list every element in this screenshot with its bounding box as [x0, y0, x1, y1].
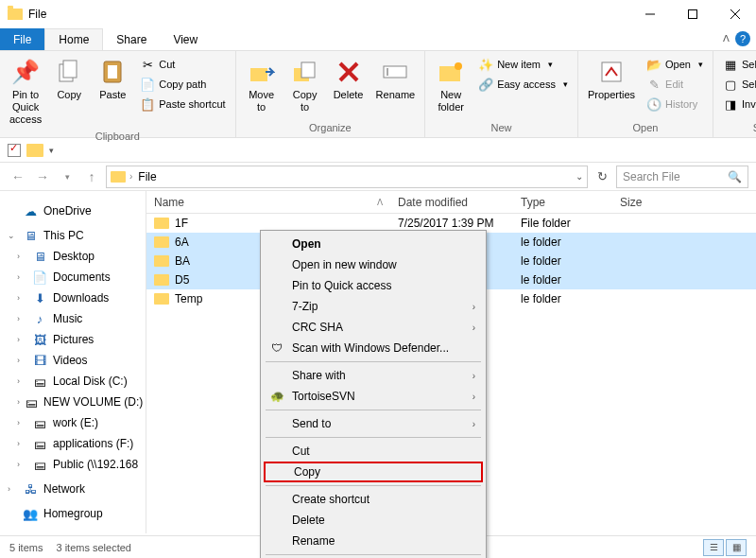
ctx-open-new-window[interactable]: Open in new window	[264, 254, 483, 275]
ctx-defender[interactable]: 🛡Scan with Windows Defender...	[264, 338, 483, 358]
sidebar-item-desktop[interactable]: ›🖥Desktop	[0, 246, 146, 267]
column-date[interactable]: Date modified	[390, 196, 513, 209]
column-name[interactable]: Nameᐱ	[146, 196, 390, 209]
svg-point-16	[455, 62, 462, 70]
ctx-open[interactable]: Open	[264, 234, 483, 254]
computer-icon: 🖥	[23, 228, 38, 243]
ctx-crc-sha[interactable]: CRC SHA›	[264, 317, 483, 338]
window-controls	[628, 0, 756, 28]
ctx-send-to[interactable]: Send to›	[264, 413, 483, 434]
select-all-button[interactable]: ▦Select all	[719, 55, 756, 74]
ctx-delete[interactable]: Delete	[264, 510, 483, 531]
column-type[interactable]: Type	[513, 196, 612, 209]
sidebar-item-network[interactable]: ›🖧Network	[0, 479, 146, 499]
pictures-icon: 🖼	[32, 332, 47, 347]
ctx-cut[interactable]: Cut	[264, 441, 483, 462]
paste-shortcut-button[interactable]: 📋Paste shortcut	[136, 95, 229, 113]
context-menu: Open Open in new window Pin to Quick acc…	[260, 230, 487, 558]
pin-to-quick-access-button[interactable]: 📌 Pin to Quick access	[6, 55, 45, 129]
copy-path-button[interactable]: 📄Copy path	[136, 75, 229, 94]
group-clipboard: 📌 Pin to Quick access Copy Paste ✂Cut 📄C…	[0, 51, 236, 137]
open-icon: 📂	[646, 57, 662, 72]
easy-access-button[interactable]: 🔗Easy access▾	[474, 75, 572, 94]
recent-button[interactable]: ▾	[57, 166, 77, 187]
column-size[interactable]: Size	[612, 196, 688, 209]
sidebar-item-localdisk[interactable]: ›🖴Local Disk (C:)	[0, 371, 146, 392]
move-to-icon	[247, 57, 277, 87]
edit-button[interactable]: ✎Edit	[643, 75, 707, 94]
sidebar-item-videos[interactable]: ›🎞Videos	[0, 350, 146, 371]
maximize-button[interactable]	[671, 0, 713, 28]
copy-to-button[interactable]: Copy to	[285, 55, 325, 120]
back-button[interactable]: ←	[8, 166, 28, 187]
minimize-button[interactable]	[628, 0, 671, 28]
sidebar-item-onedrive[interactable]: ☁OneDrive	[0, 201, 146, 221]
tab-file[interactable]: File	[0, 28, 44, 50]
ctx-create-shortcut[interactable]: Create shortcut	[264, 489, 483, 510]
file-name: BA	[175, 254, 190, 268]
tab-view[interactable]: View	[160, 28, 211, 50]
sidebar-item-pictures[interactable]: ›🖼Pictures	[0, 329, 146, 350]
dropdown-icon[interactable]: ⌄	[576, 171, 583, 182]
copy-button[interactable]: Copy	[49, 55, 89, 129]
qa-dropdown-icon[interactable]: ▾	[49, 146, 54, 155]
new-folder-button[interactable]: New folder	[431, 55, 471, 120]
tab-share[interactable]: Share	[103, 28, 160, 50]
sidebar-item-music[interactable]: ›♪Music	[0, 308, 146, 329]
open-button[interactable]: 📂Open▾	[643, 55, 707, 74]
ctx-rename[interactable]: Rename	[264, 531, 483, 551]
invert-selection-button[interactable]: ◨Invert selection	[719, 95, 756, 113]
select-none-button[interactable]: ▢Select none	[719, 75, 756, 94]
group-select: ▦Select all ▢Select none ◨Invert selecti…	[713, 51, 756, 137]
view-icons-button[interactable]: ▦	[726, 539, 747, 556]
tab-home[interactable]: Home	[44, 28, 103, 50]
up-button[interactable]: ↑	[81, 166, 102, 187]
search-input[interactable]: Search File 🔍	[616, 166, 748, 188]
checkbox-icon[interactable]	[8, 144, 21, 157]
close-button[interactable]	[713, 0, 756, 28]
view-details-button[interactable]: ☰	[703, 539, 724, 556]
delete-button[interactable]: Delete	[329, 55, 369, 120]
chevron-right-icon: ›	[472, 371, 475, 381]
file-name: D5	[175, 273, 189, 287]
chevron-right-icon: ›	[472, 392, 475, 402]
edit-icon: ✎	[646, 77, 662, 92]
properties-button[interactable]: Properties	[584, 55, 639, 120]
new-folder-icon	[436, 57, 466, 87]
rename-button[interactable]: Rename	[372, 55, 420, 120]
chevron-right-icon: ›	[129, 171, 132, 182]
ctx-tortoisesvn[interactable]: 🐢TortoiseSVN›	[264, 386, 483, 407]
address-input[interactable]: › File ⌄	[106, 166, 588, 188]
new-item-button[interactable]: ✨New item▾	[474, 55, 572, 74]
help-icon[interactable]: ?	[735, 31, 750, 46]
collapse-ribbon-icon[interactable]: ᐱ	[723, 33, 730, 44]
forward-button[interactable]: →	[32, 166, 53, 187]
folder-icon[interactable]	[26, 144, 43, 157]
sidebar-item-downloads[interactable]: ›⬇Downloads	[0, 288, 146, 308]
sidebar-item-thispc[interactable]: ⌄🖥This PC	[0, 225, 146, 246]
ctx-pin-quick-access[interactable]: Pin to Quick access	[264, 275, 483, 296]
svg-rect-10	[301, 62, 315, 78]
refresh-button[interactable]: ↻	[592, 169, 612, 183]
svg-rect-17	[602, 62, 621, 81]
ctx-share-with[interactable]: Share with›	[264, 365, 483, 386]
sidebar-item-documents[interactable]: ›📄Documents	[0, 267, 146, 288]
breadcrumb[interactable]: File	[136, 170, 158, 183]
sidebar-item-applications[interactable]: ›🖴applications (F:)	[0, 433, 146, 454]
ctx-copy[interactable]: Copy	[264, 462, 483, 482]
paste-icon	[97, 57, 128, 87]
sidebar-item-newvolume[interactable]: ›🖴NEW VOLUME (D:)	[0, 392, 146, 412]
move-to-button[interactable]: Move to	[242, 55, 282, 120]
drive-icon: 🖴	[32, 415, 47, 430]
paste-button[interactable]: Paste	[93, 55, 132, 129]
sidebar-item-work[interactable]: ›🖴work (E:)	[0, 412, 146, 433]
documents-icon: 📄	[32, 270, 47, 285]
search-icon: 🔍	[728, 170, 742, 183]
sidebar-item-public[interactable]: ›🖴Public (\\192.168	[0, 454, 146, 475]
separator	[266, 485, 481, 486]
cut-button[interactable]: ✂Cut	[136, 55, 229, 74]
ctx-7zip[interactable]: 7-Zip›	[264, 296, 483, 317]
sidebar-item-homegroup[interactable]: 👥Homegroup	[0, 503, 146, 524]
history-button[interactable]: 🕓History	[643, 95, 707, 113]
selection-count: 3 items selected	[56, 542, 130, 553]
